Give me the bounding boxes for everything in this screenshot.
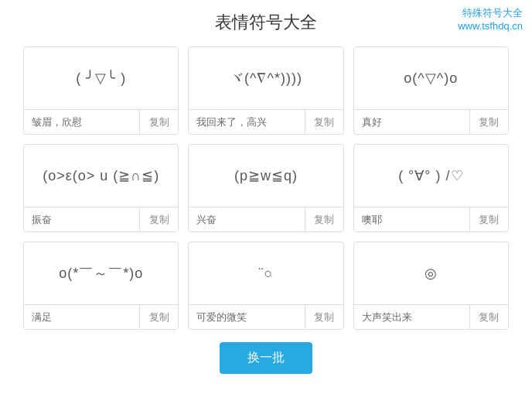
emoticon-card: (p≧w≦q)兴奋复制 [188, 144, 343, 232]
copy-button[interactable]: 复制 [305, 305, 343, 330]
emoticon-card: ¨○可爱的微笑复制 [188, 242, 343, 330]
emoticon-grid: ( ╯▽╰ )皱眉，欣慰复制ヾ(^∇^*)))) 我回来了，高兴复制o(^▽^)… [0, 46, 532, 330]
top-right-links: 特殊符号大全 www.tsfhdq.cn [458, 6, 523, 32]
emoticon-card: (o>ε(o> u (≧∩≦)振奋复制 [23, 144, 179, 232]
card-footer: 大声笑出来复制 [354, 304, 508, 329]
copy-button[interactable]: 复制 [305, 207, 343, 232]
card-footer: 真好复制 [354, 109, 508, 134]
emoticon-card: ( ╯▽╰ )皱眉，欣慰复制 [23, 46, 179, 135]
card-footer: 噢耶复制 [354, 207, 508, 231]
emoticon-label: 可爱的微笑 [189, 310, 304, 324]
copy-button[interactable]: 复制 [139, 207, 178, 232]
emoticon-display: ◎ [354, 242, 508, 304]
copy-button[interactable]: 复制 [469, 207, 508, 232]
emoticon-label: 大声笑出来 [354, 310, 469, 324]
page-title: 表情符号大全 [0, 0, 532, 46]
emoticon-label: 真好 [354, 115, 469, 129]
site-url[interactable]: www.tsfhdq.cn [458, 20, 523, 32]
copy-button[interactable]: 复制 [469, 305, 508, 330]
next-batch-button[interactable]: 换一批 [220, 342, 312, 374]
emoticon-card: ( °∀° ) /♡噢耶复制 [353, 144, 509, 232]
card-footer: 振奋复制 [24, 207, 178, 231]
emoticon-card: o(^▽^)o真好复制 [353, 46, 509, 135]
emoticon-label: 皱眉，欣慰 [24, 115, 139, 129]
copy-button[interactable]: 复制 [139, 305, 178, 330]
emoticon-display: (o>ε(o> u (≧∩≦) [24, 145, 178, 207]
emoticon-label: 噢耶 [354, 213, 469, 227]
card-footer: 皱眉，欣慰复制 [24, 109, 178, 134]
emoticon-label: 满足 [24, 310, 139, 324]
copy-button[interactable]: 复制 [139, 110, 178, 135]
emoticon-label: 振奋 [24, 213, 139, 227]
copy-button[interactable]: 复制 [305, 110, 343, 135]
copy-button[interactable]: 复制 [469, 110, 508, 135]
emoticon-display: ( ╯▽╰ ) [24, 47, 178, 109]
emoticon-card: ◎大声笑出来复制 [353, 242, 509, 330]
emoticon-label: 兴奋 [189, 213, 304, 227]
emoticon-display: o(^▽^)o [354, 47, 508, 109]
emoticon-card: o(*￣～￣*)o满足复制 [23, 242, 179, 330]
emoticon-display: ヾ(^∇^*)))) [189, 47, 343, 109]
emoticon-label: 我回来了，高兴 [189, 115, 304, 129]
card-footer: 我回来了，高兴复制 [189, 109, 343, 134]
emoticon-display: ( °∀° ) /♡ [354, 145, 508, 207]
emoticon-card: ヾ(^∇^*)))) 我回来了，高兴复制 [188, 46, 343, 135]
card-footer: 可爱的微笑复制 [189, 304, 343, 329]
site-title[interactable]: 特殊符号大全 [458, 6, 523, 20]
card-footer: 满足复制 [24, 304, 178, 329]
emoticon-display: (p≧w≦q) [189, 145, 343, 207]
emoticon-display: ¨○ [189, 242, 343, 304]
card-footer: 兴奋复制 [189, 207, 343, 231]
emoticon-display: o(*￣～￣*)o [24, 242, 178, 304]
